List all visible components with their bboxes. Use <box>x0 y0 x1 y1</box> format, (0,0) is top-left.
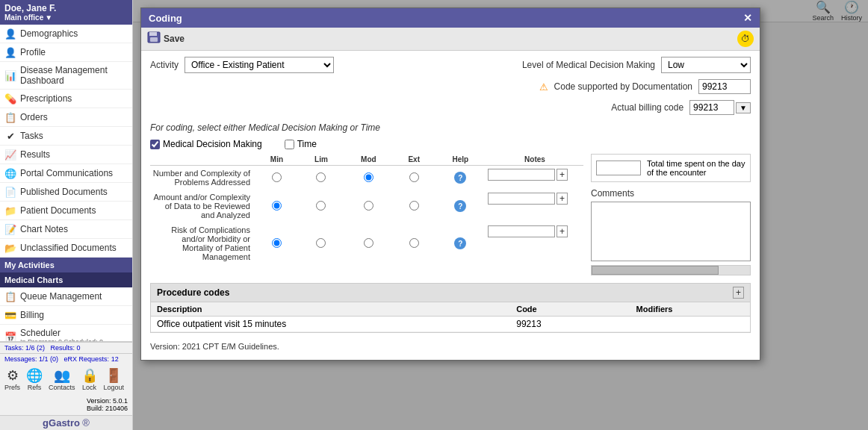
row1-notes-input[interactable] <box>488 169 555 181</box>
sidebar-item-prescriptions[interactable]: 💊 Prescriptions <box>0 90 132 108</box>
row2-label: Amount and/or Complexity of Data to be R… <box>150 190 255 222</box>
sidebar-bottom: Tasks: 1/6 (2) Results: 0 Messages: 1/1 … <box>0 341 132 430</box>
procedure-row[interactable]: Office outpatient visit 15 minutes 99213 <box>151 317 750 332</box>
disease-icon: 📊 <box>4 69 16 81</box>
mdm-checkbox[interactable] <box>150 140 160 149</box>
row2-notes-cell: + <box>486 190 583 208</box>
row2-notes-input[interactable] <box>488 193 555 205</box>
row2-radio-mod[interactable] <box>364 201 373 211</box>
refs-button[interactable]: 🌐 Refs <box>26 367 43 391</box>
add-procedure-btn[interactable]: + <box>733 287 744 299</box>
comments-section: Comments <box>591 188 751 275</box>
mdm-select[interactable]: Low Moderate High Straightforward <box>661 57 751 73</box>
lock-button[interactable]: 🔒 Lock <box>81 367 98 391</box>
sidebar-item-orders[interactable]: 📋 Orders <box>0 108 132 127</box>
row1-help-btn[interactable]: ? <box>454 172 466 184</box>
sidebar-item-unclassified-documents[interactable]: 📂 Unclassified Documents <box>0 239 132 258</box>
row2-radio-ext[interactable] <box>409 201 419 211</box>
row3-radio-ext[interactable] <box>409 238 419 248</box>
time-input[interactable] <box>596 161 641 175</box>
main-area: 🔍 Search 🕐 History History of Present Il… <box>133 0 868 430</box>
sidebar-section-my-activities[interactable]: My Activities <box>0 258 132 272</box>
row1-radio-min[interactable] <box>272 172 282 182</box>
row1-radio-mod[interactable] <box>364 172 373 182</box>
save-button[interactable]: Save <box>147 31 185 46</box>
horizontal-scrollbar[interactable] <box>591 265 751 275</box>
col-min: Min <box>255 154 299 166</box>
row2-radio-lim[interactable] <box>316 201 326 211</box>
row3-notes-input[interactable] <box>488 225 555 237</box>
row2-help-btn[interactable]: ? <box>454 200 466 212</box>
sidebar-item-demographics[interactable]: 👤 Demographics <box>0 25 132 43</box>
procedure-table: Description Code Modifiers Office outpat… <box>151 302 750 332</box>
time-comments-panel: Total time spent on the day of the encou… <box>591 154 751 275</box>
prefs-icon: ⚙ <box>7 367 19 384</box>
code-supported-input[interactable] <box>698 79 751 94</box>
sidebar-item-chart-notes[interactable]: 📝 Chart Notes <box>0 220 132 239</box>
save-icon <box>147 31 161 46</box>
timer-button[interactable]: ⏱ <box>737 31 754 47</box>
row1-radio-ext[interactable] <box>409 172 419 182</box>
row3-radio-mod[interactable] <box>364 238 373 248</box>
row3-min <box>255 222 299 264</box>
contacts-button[interactable]: 👥 Contacts <box>49 367 75 391</box>
col-ext: Ext <box>394 154 435 166</box>
actual-billing-input[interactable] <box>689 100 734 115</box>
col-notes: Notes <box>486 154 583 166</box>
sidebar-item-published-documents[interactable]: 📄 Published Documents <box>0 183 132 202</box>
row3-radio-min[interactable] <box>272 238 282 248</box>
modal-overlay: Coding ✕ Save ⏱ Activity <box>133 0 868 430</box>
prefs-button[interactable]: ⚙ Prefs <box>4 367 20 391</box>
sidebar-item-billing[interactable]: 💳 Billing <box>0 306 132 325</box>
procedure-header: Procedure codes + <box>151 284 750 302</box>
sidebar-messages: Messages: 1/1 (0) eRX Requests: 12 <box>0 353 132 364</box>
col-help: Help <box>435 154 486 166</box>
row1-lim <box>299 166 344 190</box>
modal-close-button[interactable]: ✕ <box>743 12 752 24</box>
logout-icon: 🚪 <box>105 367 122 384</box>
sidebar-item-profile[interactable]: 👤 Profile <box>0 43 132 62</box>
mdm-row-1: Number and Complexity of Problems Addres… <box>150 166 583 190</box>
mdm-label: Level of Medical Decision Making <box>522 60 655 70</box>
actual-billing-label: Actual billing code <box>611 102 683 113</box>
billing-icon: 💳 <box>4 309 16 321</box>
row2-mod <box>344 190 394 222</box>
row2-radio-min[interactable] <box>272 201 282 211</box>
row1-notes-cell: + <box>486 166 583 184</box>
row3-radio-lim[interactable] <box>316 238 326 248</box>
comments-textarea[interactable] <box>591 202 751 261</box>
modal-header: Coding ✕ <box>141 8 760 28</box>
code-supported-label: Code supported by Documentation <box>554 81 692 92</box>
sidebar-item-scheduler[interactable]: 📅 Scheduler In Progress: 0 Scheduled: 0 <box>0 325 132 341</box>
logout-button[interactable]: 🚪 Logout <box>104 367 125 391</box>
row2-min <box>255 190 299 222</box>
row1-plus-btn[interactable]: + <box>557 169 568 181</box>
sidebar: Doe, Jane F. Main office ▼ 👤 Demographic… <box>0 0 133 430</box>
activity-select[interactable]: Office - Existing Patient Office - New P… <box>185 57 334 73</box>
messages-link[interactable]: 1/1 (0) <box>39 355 58 363</box>
version-text: Version: 2021 CPT E/M Guidelines. <box>150 339 751 354</box>
modal-title: Coding <box>149 13 182 24</box>
sidebar-item-results[interactable]: 📈 Results <box>0 146 132 164</box>
results-icon: 📈 <box>4 149 16 161</box>
sidebar-item-patient-documents[interactable]: 📁 Patient Documents <box>0 202 132 220</box>
time-checkbox[interactable] <box>285 140 294 149</box>
row3-help-btn[interactable]: ? <box>454 237 466 249</box>
col-modifiers-header: Modifiers <box>630 302 750 317</box>
sidebar-item-queue-management[interactable]: 📋 Queue Management <box>0 287 132 306</box>
sidebar-item-disease-management[interactable]: 📊 Disease Management Dashboard <box>0 62 132 90</box>
row3-plus-btn[interactable]: + <box>557 225 568 237</box>
actual-billing-dropdown[interactable]: ▼ <box>736 102 751 113</box>
row3-mod <box>344 222 394 264</box>
activity-label: Activity <box>150 60 179 70</box>
row1-radio-lim[interactable] <box>316 172 326 182</box>
patient-office[interactable]: Main office ▼ <box>4 13 128 22</box>
row2-plus-btn[interactable]: + <box>557 193 568 205</box>
sidebar-item-tasks[interactable]: ✔ Tasks <box>0 127 132 146</box>
mdm-table: Min Lim Mod Ext Help Notes <box>150 154 583 264</box>
portal-icon: 🌐 <box>4 167 16 179</box>
sidebar-section-medical-charts[interactable]: Medical Charts <box>0 272 132 287</box>
mdm-checkbox-item: Medical Decision Making <box>150 139 262 149</box>
tasks-link[interactable]: 1/6 (2) <box>25 344 45 352</box>
sidebar-item-portal-communications[interactable]: 🌐 Portal Communications <box>0 164 132 183</box>
